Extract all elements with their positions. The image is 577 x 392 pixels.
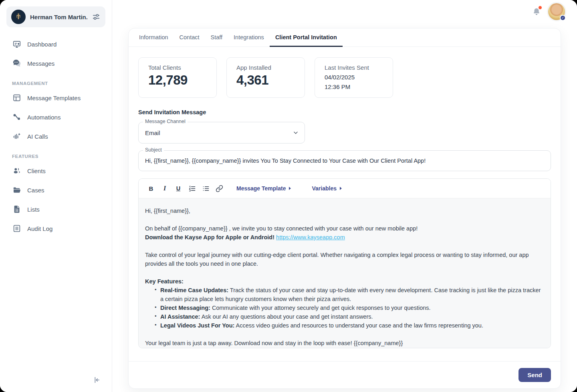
stat-app-installed: App Installed 4,361 xyxy=(226,57,305,98)
editor-toolbar: B I U xyxy=(139,179,551,198)
cases-icon xyxy=(12,185,22,195)
firm-logo-avatar xyxy=(11,10,26,24)
send-invitation-heading: Send Invitation Message xyxy=(138,109,551,115)
tab-information[interactable]: Information xyxy=(133,28,174,47)
audit-log-icon xyxy=(12,224,22,233)
download-line: Download the Kayse App for Apple or Andr… xyxy=(145,233,544,242)
sidebar-item-label: Messages xyxy=(27,60,54,67)
intro-line: On behalf of {{company_name}} , we invit… xyxy=(145,224,544,233)
editor-body[interactable]: Hi, {{first_name}}, On behalf of {{compa… xyxy=(139,198,551,348)
sliders-icon[interactable] xyxy=(92,12,101,21)
tab-contact[interactable]: Contact xyxy=(174,28,205,47)
message-editor: B I U xyxy=(138,178,551,348)
verified-badge-icon: ✓ xyxy=(560,15,566,21)
caret-right-icon xyxy=(340,187,342,190)
sidebar-item-label: Dashboard xyxy=(27,41,56,48)
sidebar-item-cases[interactable]: Cases xyxy=(6,180,105,200)
top-bar: ✓ xyxy=(531,3,565,20)
message-channel-label: Message Channel xyxy=(143,119,188,124)
tab-integrations[interactable]: Integrations xyxy=(228,28,270,47)
stat-label: App Installed xyxy=(236,64,295,71)
sidebar-item-message-templates[interactable]: Message Templates xyxy=(6,88,105,107)
sidebar-item-automations[interactable]: Automations xyxy=(6,107,105,127)
bullet-list-icon xyxy=(202,185,210,192)
message-channel-value: Email xyxy=(139,122,305,143)
feature-item: Real-time Case Updates: Track the status… xyxy=(145,286,544,303)
main-area: ✓ Information Contact Staff Integrations… xyxy=(112,0,577,392)
stat-date: 04/02/2025 xyxy=(325,73,383,82)
key-features-heading: Key Features: xyxy=(145,277,544,286)
stat-time: 12:36 PM xyxy=(325,82,383,92)
feature-item: Legal Videos Just For You: Access video … xyxy=(145,321,544,330)
sidebar-item-label: Clients xyxy=(27,168,46,174)
subject-label: Subject xyxy=(143,147,164,153)
link-icon xyxy=(216,185,223,192)
collapse-sidebar-icon[interactable] xyxy=(92,375,101,385)
sidebar-item-label: Audit Log xyxy=(27,225,52,232)
ordered-list-icon xyxy=(188,185,196,192)
sidebar-item-dashboard[interactable]: Dashboard xyxy=(6,34,105,54)
send-button[interactable]: Send xyxy=(518,368,551,382)
sidebar-item-ai-calls[interactable]: AI Calls xyxy=(6,127,105,146)
underline-button[interactable]: U xyxy=(172,182,184,194)
sidebar-item-label: Automations xyxy=(27,114,61,121)
message-template-menu[interactable]: Message Template xyxy=(236,185,291,192)
nav-section-features: FEATURES xyxy=(12,154,105,159)
nav-section-management: MANAGEMENT xyxy=(12,81,105,86)
tab-content: Total Clients 12,789 App Installed 4,361… xyxy=(129,47,561,361)
user-avatar[interactable]: ✓ xyxy=(548,3,565,20)
feature-item: Direct Messaging: Communicate with your … xyxy=(145,303,544,312)
automations-icon xyxy=(12,112,22,122)
profile-switcher[interactable]: Herman Tom Martin... xyxy=(6,6,105,27)
ai-calls-icon xyxy=(12,131,22,141)
subject-value: Hi, {{first_name}}, {{company_name}} inv… xyxy=(139,151,551,171)
subject-input[interactable]: Subject Hi, {{first_name}}, {{company_na… xyxy=(138,150,551,171)
insert-link-button[interactable] xyxy=(213,182,225,194)
card-footer: Send xyxy=(129,361,561,388)
sidebar-nav: Dashboard Messages MANAGEMENT xyxy=(6,34,105,238)
italic-button[interactable]: I xyxy=(159,182,171,194)
sidebar-item-clients[interactable]: Clients xyxy=(6,161,105,180)
stat-value: 12,789 xyxy=(148,73,207,88)
notification-dot xyxy=(538,6,542,10)
sidebar-item-messages[interactable]: Messages xyxy=(6,54,105,73)
tab-staff[interactable]: Staff xyxy=(205,28,228,47)
sidebar-item-audit-log[interactable]: Audit Log xyxy=(6,219,105,238)
caret-right-icon xyxy=(289,187,291,190)
tab-bar: Information Contact Staff Integrations C… xyxy=(129,28,561,47)
message-templates-icon xyxy=(12,93,22,103)
download-bold: Download the Kayse App for Apple or Andr… xyxy=(145,234,274,240)
client-portal-card: Information Contact Staff Integrations C… xyxy=(128,28,561,389)
stat-last-invites-sent: Last Invites Sent 04/02/2025 12:36 PM xyxy=(315,57,393,98)
stat-label: Total Clients xyxy=(148,64,207,71)
app-window: Herman Tom Martin... Dashboard xyxy=(0,0,577,392)
stat-value: 4,361 xyxy=(236,73,295,88)
messages-icon xyxy=(12,59,22,68)
sidebar-item-label: Cases xyxy=(27,187,44,194)
sidebar-item-lists[interactable]: Lists xyxy=(6,200,105,219)
sidebar-item-label: Message Templates xyxy=(27,95,81,101)
features-list: Real-time Case Updates: Track the status… xyxy=(145,286,544,330)
ordered-list-button[interactable] xyxy=(186,182,198,194)
message-template-menu-label: Message Template xyxy=(236,185,286,192)
kayse-app-link[interactable]: https://www.kayseapp.com xyxy=(276,234,345,240)
tab-client-portal-invitation[interactable]: Client Portal Invitation xyxy=(270,28,343,47)
bullet-list-button[interactable] xyxy=(200,182,212,194)
firm-crest-icon xyxy=(14,13,22,21)
lists-icon xyxy=(12,204,22,214)
sidebar-item-label: AI Calls xyxy=(27,133,48,140)
bold-button[interactable]: B xyxy=(145,182,157,194)
closing-line: Your legal team is just a tap away. Down… xyxy=(145,339,544,348)
sidebar: Herman Tom Martin... Dashboard xyxy=(0,0,112,392)
stat-total-clients: Total Clients 12,789 xyxy=(138,57,217,98)
dashboard-icon xyxy=(12,39,22,49)
sidebar-item-label: Lists xyxy=(27,206,40,213)
notifications-button[interactable] xyxy=(531,6,543,18)
variables-menu[interactable]: Variables xyxy=(312,185,342,192)
variables-menu-label: Variables xyxy=(312,185,337,192)
stats-row: Total Clients 12,789 App Installed 4,361… xyxy=(138,57,551,98)
clients-icon xyxy=(12,166,22,176)
message-channel-select[interactable]: Message Channel Email xyxy=(138,122,305,143)
feature-item: AI Assistance: Ask our AI any questions … xyxy=(145,312,544,321)
chevron-down-icon xyxy=(293,129,299,136)
